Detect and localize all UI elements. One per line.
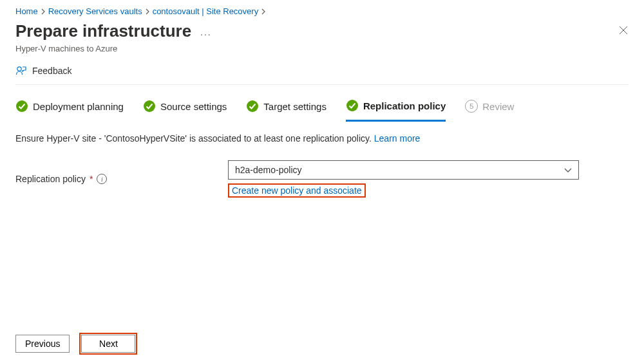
feedback-button[interactable]: Feedback bbox=[15, 65, 71, 77]
wizard-steps: Deployment planning Source settings Targ… bbox=[15, 99, 629, 122]
check-circle-icon bbox=[246, 100, 259, 113]
step-deployment-planning[interactable]: Deployment planning bbox=[15, 99, 124, 121]
step-label: Replication policy bbox=[363, 100, 446, 111]
chevron-right-icon bbox=[145, 8, 150, 15]
create-policy-link[interactable]: Create new policy and associate bbox=[232, 185, 362, 196]
breadcrumb: Home Recovery Services vaults contosovau… bbox=[15, 6, 629, 16]
crumb-home[interactable]: Home bbox=[15, 6, 38, 16]
replication-policy-select[interactable]: h2a-demo-policy bbox=[228, 160, 579, 180]
chevron-right-icon bbox=[41, 8, 46, 15]
check-circle-icon bbox=[346, 99, 359, 112]
feedback-label: Feedback bbox=[32, 66, 71, 76]
feedback-icon bbox=[15, 65, 27, 77]
step-source-settings[interactable]: Source settings bbox=[143, 99, 227, 121]
check-circle-icon bbox=[15, 100, 28, 113]
check-circle-icon bbox=[143, 100, 156, 113]
page-title: Prepare infrastructure bbox=[15, 21, 191, 41]
crumb-contoso[interactable]: contosovault | Site Recovery bbox=[153, 6, 259, 16]
more-menu-icon[interactable]: ··· bbox=[200, 26, 212, 42]
crumb-vaults[interactable]: Recovery Services vaults bbox=[48, 6, 142, 16]
select-value: h2a-demo-policy bbox=[235, 165, 302, 175]
page-subtitle: Hyper-V machines to Azure bbox=[15, 44, 629, 53]
replication-policy-label: Replication policy bbox=[15, 174, 86, 184]
step-review[interactable]: 5 Review bbox=[465, 99, 514, 121]
step-target-settings[interactable]: Target settings bbox=[246, 99, 327, 121]
step-label: Source settings bbox=[160, 101, 227, 112]
required-indicator: * bbox=[90, 174, 93, 184]
svg-point-4 bbox=[346, 100, 358, 111]
step-label: Target settings bbox=[263, 101, 327, 112]
chevron-down-icon bbox=[564, 165, 572, 175]
info-icon[interactable]: i bbox=[97, 174, 107, 184]
step-label: Review bbox=[482, 101, 514, 112]
chevron-right-icon bbox=[261, 8, 266, 15]
svg-point-1 bbox=[16, 100, 28, 112]
close-icon[interactable] bbox=[618, 25, 629, 37]
learn-more-link[interactable]: Learn more bbox=[374, 133, 421, 144]
svg-point-3 bbox=[247, 100, 258, 112]
step-label: Deployment planning bbox=[33, 101, 124, 112]
svg-point-2 bbox=[144, 100, 155, 112]
step-number-icon: 5 bbox=[465, 100, 478, 113]
previous-button[interactable]: Previous bbox=[15, 335, 70, 353]
svg-point-0 bbox=[17, 67, 21, 71]
hint-text: Ensure Hyper-V site - 'ContosoHyperVSite… bbox=[15, 133, 629, 144]
next-button[interactable]: Next bbox=[81, 335, 135, 353]
step-replication-policy[interactable]: Replication policy bbox=[346, 99, 446, 122]
